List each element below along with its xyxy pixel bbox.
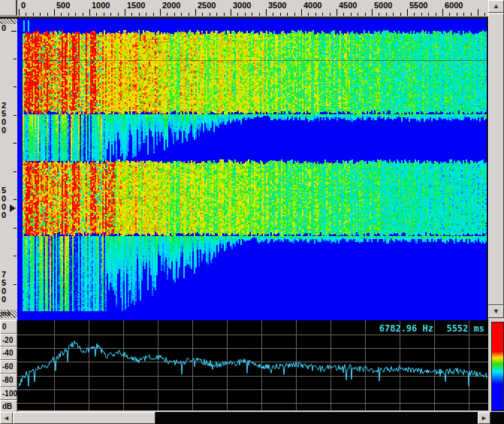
time-tick — [14, 228, 17, 229]
freq-tick — [245, 13, 246, 16]
freq-ruler-label: 0 — [21, 2, 26, 10]
freq-ruler-label: 2000 — [162, 2, 180, 10]
freq-tick — [266, 9, 267, 16]
freq-tick — [139, 13, 140, 16]
freq-tick — [379, 13, 379, 16]
freq-tick — [308, 13, 309, 16]
freq-ruler-label: 3500 — [268, 2, 286, 10]
scrollbar-gap — [490, 412, 504, 424]
freq-tick — [210, 13, 210, 16]
freq-tick — [315, 13, 316, 16]
freq-ruler-label: 5500 — [409, 2, 427, 10]
time-ruler-label: 5 0 0 0 — [2, 186, 6, 220]
freq-tick — [160, 9, 161, 16]
freq-tick — [224, 13, 225, 16]
right-arrow-icon: ► — [481, 414, 487, 422]
freq-tick — [478, 9, 478, 16]
time-tick — [14, 59, 17, 59]
freq-tick — [280, 13, 281, 16]
freq-tick — [330, 13, 330, 16]
freq-tick — [414, 13, 415, 16]
freq-tick — [54, 9, 55, 16]
time-ruler-label: 7 5 0 0 — [2, 271, 6, 304]
freq-tick — [351, 13, 352, 16]
vertical-scrollbar-thumb[interactable] — [488, 13, 504, 305]
freq-tick — [33, 13, 34, 16]
freq-ruler-label: 3000 — [233, 2, 251, 10]
time-tick — [14, 199, 17, 200]
freq-tick — [449, 13, 450, 16]
freq-tick — [301, 9, 302, 16]
freq-tick — [294, 13, 295, 16]
horizontal-scrollbar-thumb[interactable] — [13, 412, 155, 424]
freq-ruler-label: 4000 — [303, 2, 321, 10]
db-ruler-cell: -20 — [0, 334, 17, 347]
freq-tick — [146, 13, 146, 16]
time-tick — [14, 256, 17, 256]
scroll-right-button[interactable]: ► — [478, 412, 490, 424]
freq-tick — [167, 13, 167, 16]
freq-tick — [96, 13, 97, 16]
freq-ruler-label: 5000 — [374, 2, 392, 10]
freq-tick — [237, 13, 238, 16]
db-ruler-cell: -80 — [0, 374, 17, 387]
down-arrow-icon: ▼ — [493, 307, 499, 315]
time-tick — [14, 171, 17, 172]
freq-tick — [47, 13, 48, 16]
freq-ruler-label: 1500 — [127, 2, 145, 10]
freq-ruler-label: 4500 — [339, 2, 357, 10]
freq-tick — [337, 9, 337, 16]
scroll-up-button[interactable]: ▲ — [488, 0, 504, 13]
up-arrow-icon: ▲ — [493, 2, 499, 10]
left-arrow-icon: ◄ — [3, 414, 10, 422]
freq-tick — [386, 13, 387, 16]
freq-tick — [118, 13, 119, 16]
freq-tick — [407, 9, 408, 16]
freq-tick — [174, 13, 175, 16]
scroll-down-button[interactable]: ▼ — [488, 305, 504, 318]
freq-tick — [216, 13, 217, 16]
time-tick — [11, 31, 17, 32]
time-cursor-marker[interactable] — [10, 204, 16, 212]
db-ruler-cell: -100 — [0, 387, 17, 401]
freq-tick — [75, 13, 76, 16]
spectrogram-canvas[interactable] — [17, 19, 487, 320]
freq-tick — [393, 13, 394, 16]
freq-tick — [40, 13, 41, 16]
freq-tick — [259, 13, 260, 16]
ruler-corner — [0, 0, 17, 16]
freq-tick — [428, 13, 429, 16]
freq-ruler-label: 6000 — [445, 2, 463, 10]
scroll-left-button[interactable]: ◄ — [0, 412, 13, 424]
freq-tick — [365, 13, 366, 16]
freq-tick — [484, 13, 485, 16]
freq-tick — [358, 13, 358, 16]
freq-tick — [273, 13, 273, 16]
db-ruler: 0-20-40-60-80-100dB — [0, 320, 17, 413]
freq-tick — [125, 9, 125, 16]
freq-tick — [89, 9, 90, 16]
freq-tick — [463, 13, 464, 16]
freq-tick — [442, 9, 443, 16]
time-tick — [14, 284, 17, 285]
freq-tick — [19, 9, 20, 16]
time-readout: 5552 ms — [417, 323, 484, 334]
freq-ruler-label: 2500 — [198, 2, 216, 10]
freq-tick — [131, 13, 132, 16]
spectrum-analyzer-canvas[interactable] — [17, 320, 488, 410]
freq-tick — [195, 9, 196, 16]
freq-tick — [61, 13, 62, 16]
freq-tick — [231, 9, 231, 16]
freq-ruler-label: 1000 — [92, 2, 110, 10]
freq-tick — [436, 13, 436, 16]
db-ruler-cell: 0 — [0, 320, 17, 334]
freq-tick — [322, 13, 323, 16]
frequency-ruler: Hz 0500100015002000250030003500400045005… — [17, 0, 488, 17]
freq-tick — [26, 13, 26, 16]
time-tick — [14, 115, 17, 116]
time-ruler-label: 0 — [2, 24, 6, 32]
intensity-colorbar — [491, 322, 504, 411]
freq-tick — [471, 13, 472, 16]
freq-tick — [68, 13, 69, 16]
freq-tick — [181, 13, 182, 16]
